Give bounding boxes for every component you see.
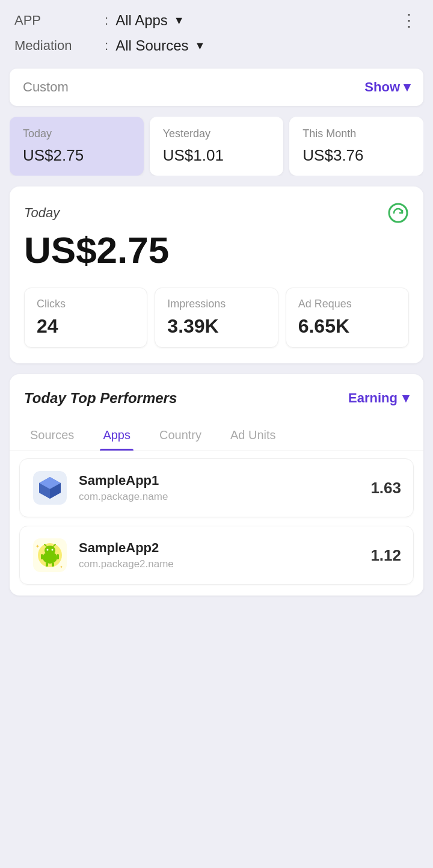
custom-bar: Custom Show ▾ <box>10 69 423 106</box>
custom-label: Custom <box>23 79 69 95</box>
app-label: APP <box>14 13 105 28</box>
tab-apps[interactable]: Apps <box>88 419 145 451</box>
app-row: APP : All Apps ▼ ⋮ <box>14 12 419 29</box>
impressions-label: Impressions <box>167 298 265 310</box>
period-yesterday-value: US$1.01 <box>163 146 271 165</box>
stat-ad-requests: Ad Reques 6.65K <box>286 288 409 348</box>
app1-name: SampleApp1 <box>79 473 370 488</box>
mediation-row: Mediation : All Sources ▼ <box>14 37 419 54</box>
svg-text:✦: ✦ <box>60 565 63 569</box>
app2-name: SampleApp2 <box>79 540 370 556</box>
header: APP : All Apps ▼ ⋮ Mediation : All Sourc… <box>0 0 433 69</box>
period-thismonth-label: This Month <box>302 128 410 140</box>
stat-clicks: Clicks 24 <box>24 288 147 348</box>
more-options-button[interactable]: ⋮ <box>401 12 419 29</box>
tab-country[interactable]: Country <box>145 419 216 451</box>
main-card-header: Today <box>24 202 409 224</box>
app-dropdown-icon[interactable]: ▼ <box>174 14 185 27</box>
svg-point-0 <box>389 204 407 222</box>
svg-rect-16 <box>46 562 48 567</box>
mediation-colon: : <box>105 38 108 54</box>
clicks-label: Clicks <box>37 298 135 310</box>
svg-rect-15 <box>57 554 60 559</box>
app1-info: SampleApp1 com.package.name <box>79 473 370 503</box>
svg-rect-17 <box>52 562 54 567</box>
app1-earning: 1.63 <box>370 479 401 497</box>
mediation-dropdown-icon[interactable]: ▼ <box>195 40 206 52</box>
show-label: Show <box>364 79 400 95</box>
app1-icon <box>32 470 68 506</box>
tabs-row: Sources Apps Country Ad Units <box>10 419 423 451</box>
app1-package: com.package.name <box>79 491 370 503</box>
mediation-label: Mediation <box>14 38 105 54</box>
list-item[interactable]: SampleApp1 com.package.name 1.63 <box>19 458 414 517</box>
svg-point-9 <box>45 546 55 555</box>
period-cards: Today US$2.75 Yesterday US$1.01 This Mon… <box>10 117 423 176</box>
period-card-yesterday[interactable]: Yesterday US$1.01 <box>150 117 284 176</box>
performers-title: Today Top Performers <box>24 390 177 407</box>
main-today-label: Today <box>24 205 60 221</box>
app-colon: : <box>105 13 108 28</box>
period-card-today[interactable]: Today US$2.75 <box>10 117 144 176</box>
period-today-label: Today <box>23 128 131 140</box>
svg-point-11 <box>52 549 54 551</box>
ad-requests-value: 6.65K <box>298 315 396 337</box>
svg-rect-14 <box>41 554 43 559</box>
earning-chevron-icon: ▾ <box>402 390 409 406</box>
performers-header: Today Top Performers Earning ▾ <box>10 390 423 419</box>
app-selector[interactable]: All Apps ▼ <box>115 12 185 29</box>
mediation-value: All Sources <box>115 37 188 54</box>
earning-label: Earning <box>348 390 398 406</box>
app-value: All Apps <box>115 12 168 29</box>
show-chevron-icon: ▾ <box>404 79 410 95</box>
app-list: SampleApp1 com.package.name 1.63 <box>10 451 423 596</box>
app2-package: com.package2.name <box>79 558 370 570</box>
refresh-icon[interactable] <box>387 202 409 224</box>
period-thismonth-value: US$3.76 <box>302 146 410 165</box>
main-card: Today US$2.75 Clicks 24 Impressions 3.39… <box>10 186 423 363</box>
app2-info: SampleApp2 com.package2.name <box>79 540 370 570</box>
clicks-value: 24 <box>37 315 135 337</box>
svg-text:✦: ✦ <box>35 544 40 549</box>
main-amount: US$2.75 <box>24 230 409 271</box>
period-yesterday-label: Yesterday <box>163 128 271 140</box>
show-button[interactable]: Show ▾ <box>364 79 410 95</box>
stat-impressions: Impressions 3.39K <box>155 288 278 348</box>
impressions-value: 3.39K <box>167 315 265 337</box>
app2-icon: ✦ ✦ <box>32 537 68 573</box>
svg-point-10 <box>47 549 49 551</box>
tab-ad-units[interactable]: Ad Units <box>216 419 290 451</box>
earning-dropdown[interactable]: Earning ▾ <box>348 390 409 406</box>
list-item[interactable]: ✦ ✦ SampleApp2 com.package2.name 1.12 <box>19 526 414 585</box>
mediation-selector[interactable]: All Sources ▼ <box>115 37 205 54</box>
period-today-value: US$2.75 <box>23 146 131 165</box>
app2-earning: 1.12 <box>370 546 401 565</box>
performers-card: Today Top Performers Earning ▾ Sources A… <box>10 374 423 596</box>
stats-row: Clicks 24 Impressions 3.39K Ad Reques 6.… <box>24 288 409 348</box>
ad-requests-label: Ad Reques <box>298 298 396 310</box>
period-card-thismonth[interactable]: This Month US$3.76 <box>289 117 423 176</box>
tab-sources[interactable]: Sources <box>16 419 88 451</box>
